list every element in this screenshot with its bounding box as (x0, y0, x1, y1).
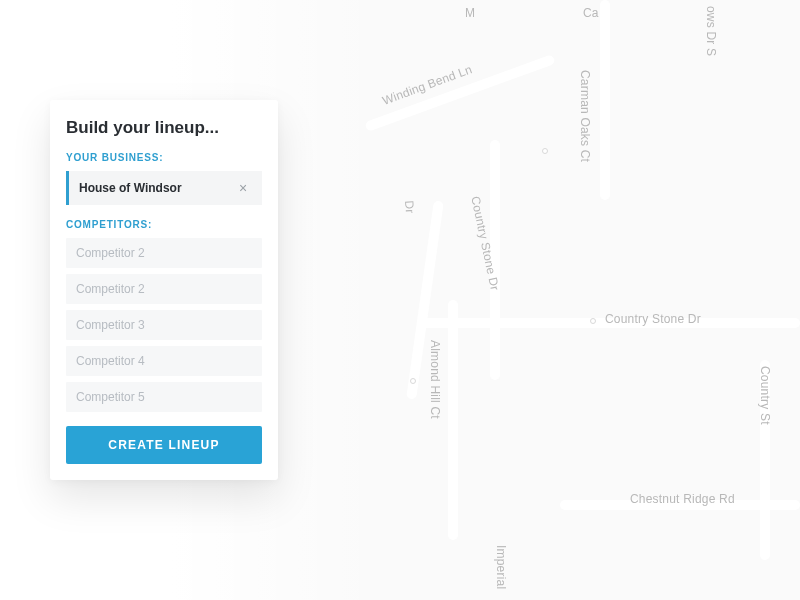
clear-business-button[interactable]: × (234, 179, 252, 197)
street-label-partial: Ca (583, 6, 599, 20)
competitor-input-3[interactable] (66, 310, 262, 340)
street-label: Country Stone Dr (605, 312, 701, 326)
business-row: House of Windsor × (66, 171, 262, 205)
street-label: Imperial (494, 545, 508, 589)
competitor-input-4[interactable] (66, 346, 262, 376)
lineup-card: Build your lineup... YOUR BUSINESS: Hous… (50, 100, 278, 480)
card-title: Build your lineup... (66, 118, 262, 138)
competitor-list (66, 238, 262, 412)
street-label-partial: Dr (402, 200, 417, 214)
create-lineup-button[interactable]: CREATE LINEUP (66, 426, 262, 464)
street-label-partial: ows Dr S (704, 6, 718, 56)
business-name: House of Windsor (79, 181, 234, 195)
competitors-label: COMPETITORS: (66, 219, 262, 230)
street-label: Almond Hill Ct (428, 340, 442, 419)
street-label: Carman Oaks Ct (578, 70, 592, 162)
street-label-partial: M (465, 6, 475, 20)
your-business-label: YOUR BUSINESS: (66, 152, 262, 163)
street-label-partial: Country St (758, 366, 772, 425)
competitor-input-5[interactable] (66, 382, 262, 412)
competitor-input-2[interactable] (66, 274, 262, 304)
close-icon: × (239, 180, 247, 196)
street-label: Chestnut Ridge Rd (630, 492, 735, 506)
competitor-input-1[interactable] (66, 238, 262, 268)
